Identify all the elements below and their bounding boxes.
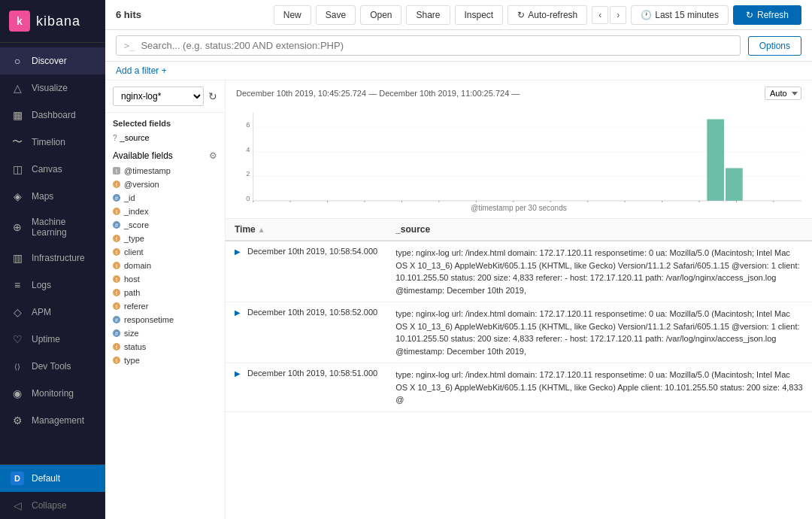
- sidebar-item-collapse[interactable]: ◁ Collapse: [0, 492, 105, 519]
- field-item-size[interactable]: # size: [105, 326, 225, 340]
- table-row: ▶ December 10th 2019, 10:58:51.000 type:…: [226, 363, 812, 412]
- filter-bar: Add a filter +: [105, 62, 812, 80]
- time-cell: ▶ December 10th 2019, 10:58:52.000: [226, 302, 386, 363]
- sidebar-item-canvas[interactable]: ◫ Canvas: [0, 156, 105, 183]
- fields-gear-icon[interactable]: ⚙: [209, 150, 217, 161]
- options-button[interactable]: Options: [748, 36, 801, 56]
- field-type-indicator: t: [113, 181, 120, 188]
- field-item-referer[interactable]: t referer: [105, 299, 225, 313]
- next-time-button[interactable]: ›: [610, 6, 626, 24]
- expand-arrow[interactable]: ▶: [235, 369, 241, 378]
- sidebar-item-label: Discover: [32, 56, 67, 66]
- chart-interval-select[interactable]: Auto: [765, 86, 801, 100]
- apm-icon: ◇: [11, 305, 24, 319]
- available-fields-header: Available fields ⚙: [105, 144, 225, 164]
- sidebar-item-dashboard[interactable]: ▦ Dashboard: [0, 102, 105, 129]
- field-name: @version: [124, 180, 159, 189]
- time-cell: ▶ December 10th 2019, 10:58:54.000: [226, 241, 386, 302]
- expand-arrow[interactable]: ▶: [235, 247, 241, 256]
- sidebar-item-monitoring[interactable]: ◉ Monitoring: [0, 380, 105, 407]
- field-item-path[interactable]: t path: [105, 286, 225, 299]
- index-pattern-select[interactable]: nginx-log*: [113, 86, 204, 106]
- sidebar-item-default[interactable]: D Default: [0, 465, 105, 492]
- source-cell: type: nginx-log url: /index.html domain:…: [386, 302, 812, 363]
- dashboard-icon: ▦: [11, 108, 24, 122]
- add-filter-button[interactable]: Add a filter +: [116, 65, 801, 76]
- chart-canvas: 0 2 4 6: [236, 105, 801, 202]
- sidebar-item-ml[interactable]: ⊕ Machine Learning: [0, 210, 105, 244]
- field-type-indicator: t: [113, 357, 120, 364]
- field-item-client[interactable]: t client: [105, 245, 225, 259]
- field-name: _score: [124, 220, 149, 229]
- field-item-type-field[interactable]: t type: [105, 354, 225, 367]
- results-area[interactable]: Time ▲ _source ▶ December 10th 2019, 10:…: [226, 219, 812, 519]
- field-item-domain[interactable]: t domain: [105, 259, 225, 272]
- field-item-host[interactable]: t host: [105, 272, 225, 286]
- new-button[interactable]: New: [274, 5, 311, 25]
- field-type-indicator: #: [113, 316, 120, 323]
- topbar-actions: New Save Open Share Inspect ↻ Auto-refre…: [274, 5, 801, 25]
- chart-x-axis-label: @timestamp per 30 seconds: [236, 204, 801, 212]
- field-item-status[interactable]: t status: [105, 340, 225, 354]
- chart-bar: [726, 168, 743, 201]
- sidebar-item-timelion[interactable]: 〜 Timelion: [0, 129, 105, 156]
- time-range-button[interactable]: 🕐 Last 15 minutes: [631, 5, 729, 25]
- sidebar-item-apm[interactable]: ◇ APM: [0, 299, 105, 326]
- field-item-responsetime[interactable]: # responsetime: [105, 313, 225, 326]
- field-item-score[interactable]: # _score: [105, 218, 225, 232]
- refresh-button[interactable]: ↻ Refresh: [733, 5, 801, 25]
- field-item-timestamp[interactable]: t @timestamp: [105, 164, 225, 178]
- field-name: client: [124, 247, 144, 256]
- field-name: referer: [124, 302, 148, 311]
- svg-text:4: 4: [246, 145, 250, 153]
- search-input[interactable]: [141, 40, 732, 51]
- expand-arrow[interactable]: ▶: [235, 308, 241, 317]
- field-name: host: [124, 275, 140, 284]
- field-type-indicator: t: [113, 262, 120, 269]
- selected-field-source: ? _source: [105, 131, 225, 144]
- main-content: 6 hits New Save Open Share Inspect ↻ Aut…: [105, 0, 812, 519]
- sidebar-item-management[interactable]: ⚙ Management: [0, 407, 105, 434]
- sidebar-item-infrastructure[interactable]: ▥ Infrastructure: [0, 244, 105, 272]
- prev-time-button[interactable]: ‹: [592, 6, 608, 24]
- source-field-name: _source: [120, 133, 150, 142]
- field-type-indicator: t: [113, 275, 120, 283]
- source-column-header: _source: [386, 219, 812, 241]
- open-button[interactable]: Open: [360, 5, 401, 25]
- field-name: _index: [124, 207, 148, 216]
- field-name: _type: [124, 234, 144, 243]
- sidebar-item-uptime[interactable]: ♡ Uptime: [0, 326, 105, 353]
- chart-area: December 10th 2019, 10:45:25.724 — Decem…: [226, 80, 812, 219]
- time-cell: ▶ December 10th 2019, 10:58:51.000: [226, 363, 386, 412]
- refresh-fields-button[interactable]: ↻: [208, 90, 217, 102]
- field-item-version[interactable]: t @version: [105, 178, 225, 191]
- fields-section: Selected fields ? _source Available fiel…: [105, 113, 225, 519]
- sidebar-item-visualize[interactable]: △ Visualize: [0, 74, 105, 102]
- field-type-indicator: #: [113, 194, 120, 202]
- sort-icon: ▲: [258, 226, 265, 234]
- inspect-button[interactable]: Inspect: [455, 5, 504, 25]
- content-area: nginx-log* ↻ Selected fields ? _source A…: [105, 80, 812, 519]
- field-item-index[interactable]: t _index: [105, 205, 225, 218]
- auto-refresh-button[interactable]: ↻ Auto-refresh: [508, 5, 587, 25]
- sidebar-item-logs[interactable]: ≡ Logs: [0, 272, 105, 299]
- save-button[interactable]: Save: [316, 5, 356, 25]
- field-type-indicator: t: [113, 248, 120, 256]
- sidebar-item-discover[interactable]: ○ Discover: [0, 47, 105, 74]
- sidebar-item-devtools[interactable]: ⟨⟩ Dev Tools: [0, 353, 105, 380]
- share-button[interactable]: Share: [406, 5, 450, 25]
- field-type-indicator: t: [113, 167, 120, 175]
- source-type-indicator: ?: [113, 134, 117, 142]
- chart-header: December 10th 2019, 10:45:25.724 — Decem…: [236, 86, 801, 100]
- field-item-id[interactable]: # _id: [105, 191, 225, 205]
- sidebar-item-maps[interactable]: ◈ Maps: [0, 183, 105, 210]
- search-bar: >_ Options: [105, 30, 812, 62]
- selected-fields-header: Selected fields: [105, 113, 225, 131]
- svg-text:6: 6: [246, 120, 250, 129]
- chart-svg: 0 2 4 6: [236, 105, 801, 202]
- refresh-icon: ↻: [746, 10, 753, 20]
- field-item-type[interactable]: t _type: [105, 232, 225, 245]
- time-column-header[interactable]: Time ▲: [226, 219, 386, 241]
- chart-title: December 10th 2019, 10:45:25.724 — Decem…: [236, 89, 520, 98]
- field-name: domain: [124, 261, 151, 270]
